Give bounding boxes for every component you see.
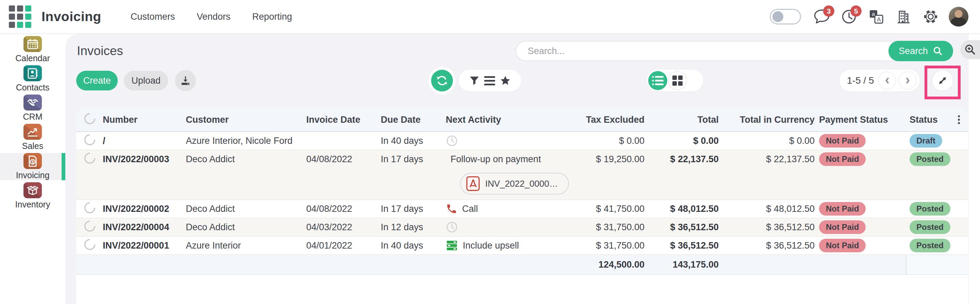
sidebar-item-invoicing[interactable]: $ Invoicing (0, 153, 65, 180)
select-all-checkbox[interactable] (76, 113, 101, 127)
create-button[interactable]: Create (76, 71, 118, 90)
sales-app-icon (24, 124, 42, 140)
cell-payment-status: Not Paid (815, 239, 906, 252)
cell-customer: Deco Addict (184, 154, 306, 165)
pager: 1-5 / 5 ‹ › (840, 70, 920, 92)
cell-status: Draft (906, 134, 968, 147)
optional-columns-icon[interactable] (958, 114, 960, 125)
search-button[interactable]: Search (888, 41, 953, 61)
sidebar-item-inventory[interactable]: Inventory (0, 182, 65, 209)
sidebar-item-crm[interactable]: CRM (0, 95, 65, 122)
cell-number: INV/2022/00003 (101, 154, 184, 165)
favorites-star-icon[interactable] (500, 75, 511, 86)
cell-next-activity[interactable]: Include upsell (442, 239, 531, 252)
apps-grid-icon[interactable] (9, 5, 31, 28)
list-view-icon (652, 76, 663, 86)
group-by-icon[interactable] (484, 76, 495, 86)
table-row[interactable]: INV/2022/00002Deco Addict04/08/2022In 17… (76, 200, 968, 218)
menu-customers[interactable]: Customers (130, 11, 175, 22)
column-header-total-in-currency[interactable]: Total in Currency (719, 115, 815, 125)
phone-icon (446, 203, 457, 215)
cell-next-activity[interactable] (442, 135, 531, 147)
pager-next-button[interactable]: › (898, 71, 917, 90)
settings-gear-icon[interactable] (921, 8, 940, 26)
search-input[interactable] (516, 46, 953, 57)
page-title: Invoices (77, 44, 123, 58)
activity-list-icon (446, 239, 458, 252)
table-header-row: Number Customer Invoice Date Due Date Ne… (76, 108, 968, 132)
upload-button[interactable]: Upload (124, 71, 168, 90)
status-badge: Draft (910, 134, 942, 147)
cell-due-date: In 12 days (374, 222, 442, 233)
table-row[interactable]: INV/2022/00001Azure Interior04/01/2022In… (76, 237, 968, 255)
cell-total-in-currency: $ 36,512.50 (719, 241, 815, 251)
table-footer-row: 124,500.00 143,175.00 (76, 255, 968, 275)
cell-status: Posted (906, 239, 968, 252)
column-header-invoice-date[interactable]: Invoice Date (306, 115, 374, 125)
column-header-customer[interactable]: Customer (184, 115, 306, 125)
crm-app-icon (24, 95, 42, 111)
cell-due-date: In 17 days (374, 204, 442, 214)
cell-total-in-currency: $ 22,137.50 (719, 154, 815, 165)
company-icon[interactable] (894, 8, 913, 26)
cell-number: INV/2022/00004 (101, 222, 184, 233)
toggle-knob (772, 11, 783, 22)
row-selector[interactable] (76, 134, 101, 147)
table-row[interactable]: /Azure Interior, Nicole FordIn 40 days$ … (76, 132, 968, 150)
cell-next-activity[interactable] (442, 221, 531, 233)
column-header-due-date[interactable]: Due Date (374, 115, 442, 125)
sidebar-item-label: Calendar (15, 53, 50, 63)
cell-due-date: In 17 days (374, 154, 442, 165)
sidebar-item-sales[interactable]: Sales (0, 124, 65, 151)
refresh-button[interactable] (431, 70, 453, 92)
status-badge: Posted (910, 239, 950, 252)
column-header-next-activity[interactable]: Next Activity (442, 115, 531, 125)
control-panel-toolbar: Create Upload (65, 70, 969, 92)
kanban-view-button[interactable] (668, 71, 687, 90)
inventory-app-icon (24, 182, 42, 198)
cell-total-in-currency: $ 48,012.50 (719, 204, 815, 214)
svg-text:A: A (877, 16, 881, 23)
dark-mode-toggle[interactable] (770, 9, 801, 24)
column-header-payment-status[interactable]: Payment Status (815, 115, 906, 125)
row-selector[interactable] (76, 221, 101, 234)
cell-number: / (101, 136, 184, 146)
pdf-file-icon (466, 176, 480, 191)
cell-next-activity[interactable]: Follow-up on payment (442, 153, 531, 165)
zoom-in-tab[interactable] (960, 40, 980, 59)
pager-previous-button[interactable]: ‹ (878, 71, 896, 90)
column-header-total[interactable]: Total (645, 115, 719, 125)
table-row[interactable]: INV/2022/00004Deco Addict04/03/2022In 12… (76, 218, 968, 237)
menu-vendors[interactable]: Vendors (197, 11, 231, 22)
cell-tax-excluded: $ 0.00 (531, 136, 645, 146)
main-content: Invoices Search Create Upload (65, 34, 969, 304)
attachment-chip[interactable]: INV_2022_0000… (460, 173, 569, 195)
status-badge: Posted (910, 220, 950, 234)
user-avatar[interactable] (949, 7, 969, 27)
app-brand-title[interactable]: Invoicing (41, 9, 102, 24)
cell-status: Posted (906, 152, 968, 166)
column-header-tax-excluded[interactable]: Tax Excluded (531, 115, 645, 125)
pager-range: 1-5 / 5 (847, 75, 874, 86)
payment-status-badge: Not Paid (819, 134, 865, 147)
sidebar-item-contacts[interactable]: Contacts (0, 65, 65, 92)
cell-next-activity[interactable]: Call (442, 203, 531, 215)
row-selector[interactable] (76, 239, 101, 252)
top-menu: Customers Vendors Reporting (130, 11, 292, 22)
activity-label: Include upsell (463, 241, 519, 251)
messages-icon[interactable]: 3 (813, 8, 831, 26)
cell-number: INV/2022/00002 (101, 204, 184, 214)
filter-icon[interactable] (469, 76, 479, 86)
list-view-button[interactable] (648, 71, 667, 90)
table-row[interactable]: INV/2022/00003Deco Addict04/08/2022In 17… (76, 150, 968, 200)
download-button[interactable] (175, 70, 196, 91)
column-header-number[interactable]: Number (101, 115, 184, 125)
translate-icon[interactable]: a A (867, 8, 885, 26)
row-selector[interactable] (76, 153, 101, 166)
sidebar-item-calendar[interactable]: Calendar (0, 36, 65, 63)
expand-fullscreen-button[interactable] (932, 70, 953, 92)
menu-reporting[interactable]: Reporting (252, 11, 292, 22)
cell-payment-status: Not Paid (815, 202, 906, 215)
activities-icon[interactable]: 5 (840, 8, 858, 26)
row-selector[interactable] (76, 202, 101, 215)
